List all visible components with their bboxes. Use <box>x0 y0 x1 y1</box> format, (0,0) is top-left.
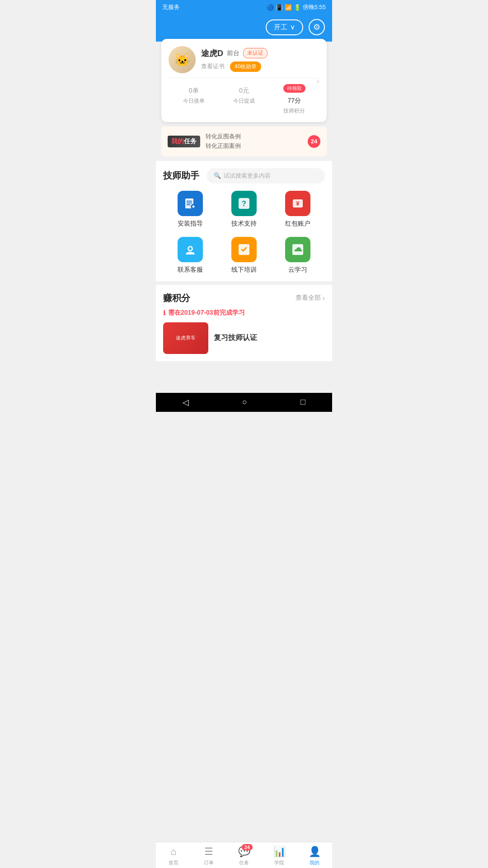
stat-points: 待领取 77分 技师积分 <box>269 84 319 115</box>
profile-name-row: 途虎D 前台 未认证 <box>201 48 319 59</box>
assistant-title: 技师助手 <box>163 170 199 182</box>
today-orders-value: 0单 <box>169 84 219 95</box>
bottom-navigation: ⌂ 首页 ☰ 订单 💬 24 任务 📊 学院 👤 我的 <box>156 842 332 868</box>
profile-chevron-icon[interactable]: › <box>316 75 319 86</box>
earn-points-title: 赚积分 <box>163 292 190 304</box>
avatar: 🐱 <box>169 46 196 73</box>
course-title: 复习技师认证 <box>214 333 257 343</box>
svg-rect-13 <box>189 252 192 253</box>
nav-item-tasks[interactable]: 💬 24 任务 <box>226 846 262 866</box>
redpacket-label: 红包账户 <box>285 220 310 228</box>
task-banner[interactable]: 我的任务 转化反围条例 转化正面案例 24 <box>161 127 327 156</box>
earn-points-section: 赚积分 查看全部 › ℹ 需在2019-07-03前完成学习 途虎养车 复习技师… <box>156 285 332 361</box>
svg-point-12 <box>189 247 192 250</box>
status-bar: 无服务 🔵 📳 📶 🔋 傍晚5:55 <box>156 0 332 14</box>
profile-role: 前台 <box>227 49 239 57</box>
deadline-notice: ℹ 需在2019-07-03前完成学习 <box>163 309 325 317</box>
work-button-label: 开工 <box>274 23 287 32</box>
avatar-image: 🐱 <box>169 46 196 73</box>
search-bar[interactable]: 🔍 试试搜索更多内容 <box>206 168 325 184</box>
orders-icon: ☰ <box>204 846 213 858</box>
header: 开工 ∨ ⚙ <box>156 14 332 42</box>
course-thumbnail: 途虎养车 <box>163 322 208 354</box>
home-button[interactable]: ○ <box>242 397 247 407</box>
unverified-badge: 未认证 <box>243 48 267 58</box>
tasks-badge: 24 <box>242 844 253 850</box>
task-line1: 转化反围条例 <box>206 132 302 142</box>
nav-item-orders[interactable]: ☰ 订单 <box>191 846 226 866</box>
points-label: 技师积分 <box>269 107 319 115</box>
assistant-header: 技师助手 🔍 试试搜索更多内容 <box>163 168 325 184</box>
install-guide-label: 安装指导 <box>178 220 203 228</box>
deadline-text: 需在2019-07-03前完成学习 <box>168 309 245 317</box>
mine-icon: 👤 <box>309 846 321 858</box>
stat-today-earnings: 0元 今日提成 <box>219 84 269 115</box>
task-label: 我的任务 <box>168 136 200 147</box>
install-guide-icon <box>178 191 203 216</box>
assistant-section: 技师助手 🔍 试试搜索更多内容 <box>156 161 332 281</box>
cloud-learning-label: 云学习 <box>288 266 307 274</box>
svg-text:¥: ¥ <box>296 200 300 207</box>
profile-links: 查看证书 40枚勋章 <box>201 61 319 72</box>
chevron-down-icon: ∨ <box>290 23 295 31</box>
pending-badge: 待领取 <box>283 84 305 93</box>
tech-support-label: 技术支持 <box>231 220 257 228</box>
nav-item-academy[interactable]: 📊 学院 <box>262 846 297 866</box>
time-text: 傍晚5:55 <box>303 3 326 11</box>
profile-card: 🐱 途虎D 前台 未认证 查看证书 40枚勋章 › 0单 今日接 <box>161 39 327 122</box>
back-button[interactable]: ◁ <box>183 397 189 407</box>
nav-item-home[interactable]: ⌂ 首页 <box>156 846 191 866</box>
profile-top: 🐱 途虎D 前台 未认证 查看证书 40枚勋章 › <box>169 46 319 73</box>
today-earnings-value: 0元 <box>219 84 269 95</box>
earn-points-header: 赚积分 查看全部 › <box>163 292 325 304</box>
carrier-text: 无服务 <box>162 3 180 11</box>
search-placeholder: 试试搜索更多内容 <box>224 172 271 180</box>
offline-training-icon <box>231 237 257 262</box>
medals-badge: 40枚勋章 <box>230 61 261 72</box>
recent-button[interactable]: □ <box>300 397 305 407</box>
customer-service-label: 联系客服 <box>178 266 203 274</box>
nav-item-mine[interactable]: 👤 我的 <box>297 846 332 866</box>
orders-label: 订单 <box>204 859 214 866</box>
offline-training-label: 线下培训 <box>231 266 257 274</box>
view-all-button[interactable]: 查看全部 › <box>296 294 325 302</box>
mine-label: 我的 <box>310 859 319 866</box>
work-button[interactable]: 开工 ∨ <box>266 19 303 35</box>
task-line2: 转化正面案例 <box>206 142 302 151</box>
profile-info: 途虎D 前台 未认证 查看证书 40枚勋章 <box>201 48 319 72</box>
stats-row: 0单 今日接单 0元 今日提成 待领取 77分 技师积分 <box>169 78 319 115</box>
vibrate-icon: 📳 <box>276 4 283 11</box>
svg-text:?: ? <box>242 200 246 208</box>
today-orders-label: 今日接单 <box>169 97 219 105</box>
today-earnings-label: 今日提成 <box>219 97 269 105</box>
battery-icon: 🔋 <box>294 4 301 11</box>
assistant-item-customer-service[interactable]: 联系客服 <box>163 237 217 274</box>
search-icon: 🔍 <box>214 172 221 179</box>
wifi-icon: 📶 <box>285 4 292 11</box>
status-bar-right: 🔵 📳 📶 🔋 傍晚5:55 <box>267 3 326 11</box>
profile-name: 途虎D <box>201 48 223 59</box>
home-label: 首页 <box>169 859 178 866</box>
assistant-grid: 安装指导 ? 技术支持 ¥ 红包账户 <box>163 191 325 274</box>
course-card[interactable]: 途虎养车 复习技师认证 <box>163 322 325 354</box>
settings-button[interactable]: ⚙ <box>309 19 325 35</box>
assistant-item-install-guide[interactable]: 安装指导 <box>163 191 217 228</box>
redpacket-icon: ¥ <box>285 191 310 216</box>
tech-support-icon: ? <box>231 191 257 216</box>
customer-service-icon <box>178 237 203 262</box>
assistant-item-tech-support[interactable]: ? 技术支持 <box>217 191 271 228</box>
gear-icon: ⚙ <box>313 22 320 32</box>
academy-label: 学院 <box>274 859 284 866</box>
android-navigation: ◁ ○ □ <box>156 393 332 412</box>
cert-link[interactable]: 查看证书 <box>201 62 225 71</box>
stat-today-orders: 0单 今日接单 <box>169 84 219 115</box>
assistant-item-cloud-learning[interactable]: 云学习 <box>271 237 325 274</box>
tasks-label: 任务 <box>239 859 249 866</box>
bluetooth-icon: 🔵 <box>267 4 274 11</box>
cloud-learning-icon <box>285 237 310 262</box>
points-value: 77分 <box>269 94 319 105</box>
assistant-item-offline-training[interactable]: 线下培训 <box>217 237 271 274</box>
warning-icon: ℹ <box>163 309 165 316</box>
assistant-item-redpacket[interactable]: ¥ 红包账户 <box>271 191 325 228</box>
academy-icon: 📊 <box>273 846 286 858</box>
